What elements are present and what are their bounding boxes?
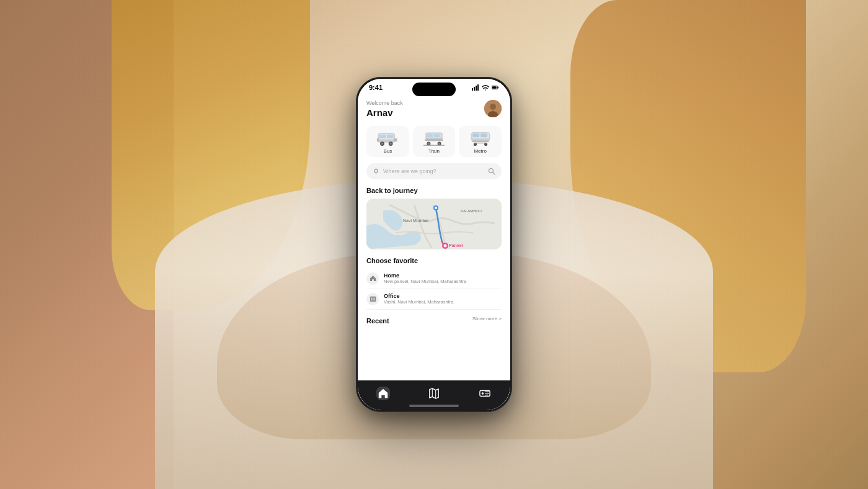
- svg-point-28: [438, 143, 440, 145]
- bus-icon-area: [376, 130, 399, 146]
- app-content: Welcome back Arnav: [358, 94, 510, 404]
- train-icon: [423, 131, 445, 146]
- dynamic-island: [412, 83, 456, 96]
- user-greeting: Welcome back Arnav: [366, 100, 403, 119]
- svg-rect-34: [472, 140, 489, 142]
- svg-rect-0: [472, 88, 473, 91]
- train-label: Train: [428, 148, 440, 154]
- svg-rect-33: [480, 133, 487, 137]
- map-nav-icon: [427, 387, 441, 400]
- status-icons: [472, 84, 499, 91]
- office-name: Office: [384, 293, 453, 299]
- office-address: Vashi, Navi Mumbai, Maharashtra: [384, 299, 453, 305]
- recent-header: Recent Show more >: [366, 313, 502, 325]
- recent-section-title: Recent: [366, 317, 389, 325]
- svg-point-48: [435, 207, 437, 209]
- svg-rect-55: [371, 300, 372, 301]
- transport-metro[interactable]: Metro: [459, 126, 502, 157]
- transport-options: Bus: [366, 126, 502, 157]
- bottom-nav: [358, 380, 510, 410]
- signal-icon: [472, 84, 479, 91]
- home-icon: [366, 272, 379, 285]
- svg-rect-12: [379, 135, 386, 138]
- location-icon: [373, 168, 379, 174]
- svg-text:Panvel: Panvel: [449, 243, 463, 248]
- svg-rect-1: [474, 87, 475, 91]
- svg-point-17: [390, 143, 392, 145]
- search-icon: [488, 168, 495, 175]
- favorite-office[interactable]: Office Vashi, Navi Mumbai, Maharashtra: [366, 289, 502, 310]
- svg-point-26: [428, 143, 430, 145]
- phone-device: 9:41: [356, 77, 512, 412]
- welcome-label: Welcome back: [366, 100, 403, 107]
- svg-rect-3: [477, 84, 479, 91]
- ticket-nav-icon: [478, 387, 492, 400]
- svg-rect-18: [377, 138, 379, 141]
- avatar-image: [484, 100, 502, 117]
- svg-point-39: [376, 171, 377, 172]
- metro-label: Metro: [474, 148, 486, 154]
- office-icon: [366, 293, 379, 305]
- home-address: New panvel, Navi Mumbai, Maharashtra: [384, 279, 466, 284]
- nav-ticket[interactable]: [469, 387, 500, 400]
- svg-rect-24: [425, 139, 443, 141]
- bus-label: Bus: [383, 148, 392, 154]
- map-svg: Navi Mumbai KALAMBOLI Panvel: [366, 199, 502, 249]
- svg-text:KALAMBOLI: KALAMBOLI: [461, 209, 482, 213]
- home-indicator: [409, 405, 459, 407]
- svg-point-61: [482, 392, 484, 395]
- favorites-section-title: Choose favorite: [366, 257, 502, 264]
- svg-text:Navi Mumbai: Navi Mumbai: [403, 218, 428, 223]
- svg-rect-52: [370, 297, 375, 302]
- svg-rect-22: [427, 134, 433, 137]
- svg-rect-6: [492, 86, 497, 88]
- journey-section-title: Back to journey: [366, 187, 502, 194]
- svg-rect-23: [434, 134, 440, 137]
- battery-icon: [492, 84, 499, 91]
- svg-rect-56: [373, 300, 374, 301]
- nav-map[interactable]: [418, 387, 450, 400]
- svg-point-4: [485, 89, 486, 91]
- phone-screen: 9:41: [358, 79, 510, 410]
- transport-bus[interactable]: Bus: [366, 126, 409, 157]
- avatar[interactable]: [484, 100, 502, 117]
- user-name: Arnav: [366, 107, 403, 119]
- map-card[interactable]: Navi Mumbai KALAMBOLI Panvel: [366, 199, 502, 249]
- home-nav-icon: [376, 387, 390, 400]
- transport-train[interactable]: Train: [413, 126, 456, 157]
- svg-line-43: [493, 172, 495, 174]
- search-bar[interactable]: Where are we going?: [366, 163, 502, 179]
- svg-rect-13: [387, 135, 393, 138]
- metro-icon: [469, 131, 492, 146]
- status-bar: 9:41: [358, 79, 510, 94]
- metro-icon-area: [469, 130, 492, 146]
- svg-point-8: [490, 104, 496, 110]
- favorite-home[interactable]: Home New panvel, Navi Mumbai, Maharashtr…: [366, 269, 502, 289]
- svg-rect-53: [371, 298, 372, 299]
- svg-rect-37: [474, 143, 487, 143]
- svg-rect-54: [373, 298, 374, 299]
- home-details: Home New panvel, Navi Mumbai, Maharashtr…: [384, 272, 466, 284]
- header: Welcome back Arnav: [366, 100, 502, 119]
- show-more-button[interactable]: Show more >: [472, 316, 502, 321]
- office-details: Office Vashi, Navi Mumbai, Maharashtra: [384, 293, 453, 305]
- bus-icon: [376, 131, 399, 146]
- svg-marker-57: [430, 388, 438, 398]
- svg-rect-32: [472, 133, 479, 137]
- phone-wrapper: 9:41: [356, 77, 512, 412]
- train-icon-area: [422, 130, 446, 146]
- svg-rect-19: [394, 138, 397, 141]
- svg-point-15: [381, 143, 383, 145]
- home-name: Home: [384, 272, 466, 279]
- svg-rect-2: [476, 86, 477, 91]
- search-placeholder: Where are we going?: [383, 168, 484, 174]
- status-time: 9:41: [369, 84, 383, 91]
- nav-home[interactable]: [368, 387, 399, 400]
- wifi-icon: [482, 84, 489, 91]
- svg-point-50: [444, 244, 447, 247]
